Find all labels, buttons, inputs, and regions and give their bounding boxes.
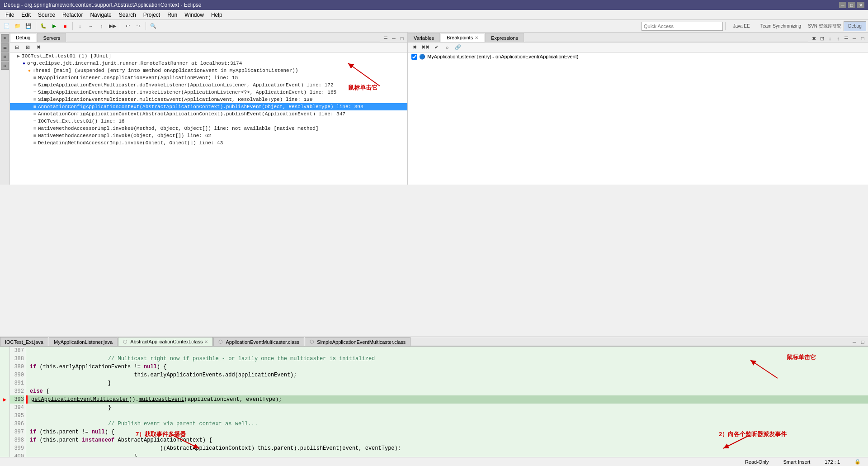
stack-frame-6[interactable]: ≡ AnnotationConfigApplicationContext(Abs… (10, 110, 407, 118)
bp-link-with-debug[interactable]: 🔗 (453, 43, 463, 52)
step-over-button[interactable]: → (86, 21, 96, 31)
editor-tab-ioct-label: IOCTest_Ext.java (5, 339, 43, 345)
remove-terminated[interactable]: ✖ (33, 43, 43, 52)
java-ee-perspective[interactable]: Java EE (728, 21, 755, 31)
open-button[interactable]: 📁 (13, 21, 23, 31)
collapse-all[interactable]: ⊟ (12, 43, 22, 52)
step-into-button[interactable]: ↓ (75, 21, 85, 31)
new-button[interactable]: 📄 (2, 21, 12, 31)
editor-tab-abstract[interactable]: ⬡ AbstractApplicationContext.class ✕ (118, 337, 213, 346)
debug-button[interactable]: 🐛 (38, 21, 48, 31)
editor-tab-myapp[interactable]: MyApplicationListener.java (49, 337, 118, 346)
sidebar-icon-1[interactable]: ≡ (1, 34, 9, 43)
stack-frame-9[interactable]: ≡ NativeMethodAccessorImpl.invoke(Object… (10, 132, 407, 139)
sidebar-icon-2[interactable]: ☰ (1, 43, 9, 52)
breakpoint-row-1[interactable]: 🔵 MyApplicationListener [entry] - onAppl… (408, 52, 868, 61)
menu-project[interactable]: Project (140, 11, 164, 19)
bp-panel-btn3[interactable]: ↓ (826, 35, 834, 42)
code-content[interactable]: // Multicast right now if possible - or … (26, 347, 868, 466)
stack-row-runner[interactable]: ● org.eclipse.jdt.internal.junit.runner.… (10, 60, 407, 67)
code-line-391: } (26, 379, 868, 387)
abstract-tab-close[interactable]: ✕ (204, 339, 208, 344)
status-writable-icon[interactable]: 🔒 (851, 459, 864, 465)
stack-trace-area[interactable]: ▶ IOCTest_Ext.test01 (1) [JUnit] ● org.e… (10, 52, 407, 185)
sidebar-icon-4[interactable]: ⊡ (1, 62, 9, 70)
stack-frame-5-selected[interactable]: ≡ AnnotationConfigApplicationContext(Abs… (10, 103, 407, 110)
minimize-button[interactable]: ─ (839, 2, 846, 8)
close-button[interactable]: ✕ (857, 2, 864, 8)
sidebar-icon-3[interactable]: ⊞ (1, 52, 9, 61)
stack-frame-8[interactable]: ≡ NativeMethodAccessorImpl.invoke0(Metho… (10, 125, 407, 132)
redo-button[interactable]: ↪ (133, 21, 143, 31)
editor-tab-ioct[interactable]: IOCTest_Ext.java (0, 337, 48, 346)
menu-search[interactable]: Search (115, 11, 140, 19)
breakpoints-panel: Variables Breakpoints ✕ Expressions ✖ ⊡ … (408, 33, 868, 185)
tab-breakpoints[interactable]: Breakpoints ✕ (441, 33, 484, 42)
editor-maximize[interactable]: □ (859, 338, 866, 346)
debug-panel-minimize[interactable]: ─ (390, 35, 397, 42)
stop-button[interactable]: ■ (60, 21, 70, 31)
status-smart-insert[interactable]: Smart Insert (779, 459, 814, 465)
debug-panel-menu[interactable]: ☰ (382, 35, 389, 42)
stack-row-thread[interactable]: ● Thread [main] (Suspended (entry into m… (10, 67, 407, 74)
team-sync-perspective[interactable]: Team Synchronizing (756, 21, 806, 31)
menu-edit[interactable]: Edit (18, 11, 34, 19)
restore-button[interactable]: □ (848, 2, 855, 8)
resume-button[interactable]: ▶▶ (108, 21, 118, 31)
disconnect[interactable]: ⊠ (23, 43, 33, 52)
save-button[interactable]: 💾 (24, 21, 33, 31)
svn-perspective[interactable]: SVN 资源库研究 (807, 21, 843, 31)
tab-expressions[interactable]: Expressions (485, 33, 524, 42)
run-button[interactable]: ▶ (49, 21, 59, 31)
menu-refactor[interactable]: Refactor (59, 11, 86, 19)
stack-frame-1[interactable]: ≡ MyApplicationListener.onApplicationEve… (10, 74, 407, 81)
status-read-only[interactable]: Read-Only (741, 459, 773, 465)
debug-perspective[interactable]: Debug (844, 21, 866, 31)
margin-row-4 (0, 371, 9, 379)
tab-servers[interactable]: Servers (37, 33, 66, 42)
editor-tab-multicaster[interactable]: ⬡ ApplicationEventMulticaster.class (213, 337, 304, 346)
menu-source[interactable]: Source (34, 11, 59, 19)
stack-row-junit[interactable]: ▶ IOCTest_Ext.test01 (1) [JUnit] (10, 52, 407, 60)
title-bar: Debug - org.springframework.context.supp… (0, 0, 868, 10)
menu-bar: File Edit Source Refactor Navigate Searc… (0, 10, 868, 20)
status-position[interactable]: 172 : 1 (821, 459, 844, 465)
menu-window[interactable]: Window (181, 11, 208, 19)
bp-panel-minimize[interactable]: ─ (851, 35, 858, 42)
editor-tab-simple[interactable]: ⬡ SimpleApplicationEventMulticaster.clas… (305, 337, 410, 346)
editor-tab-abstract-label: AbstractApplicationContext.class (130, 339, 203, 344)
step-return-button[interactable]: ↑ (97, 21, 107, 31)
toolbar-separator-3 (120, 22, 120, 30)
debug-panel-maximize[interactable]: □ (398, 35, 406, 42)
window-controls[interactable]: ─ □ ✕ (839, 2, 864, 8)
bp-panel-btn4[interactable]: ↑ (835, 35, 842, 42)
stack-frame-4[interactable]: ≡ SimpleApplicationEventMulticaster.mult… (10, 96, 407, 103)
bp-panel-btn5[interactable]: ☰ (843, 35, 850, 42)
undo-button[interactable]: ↩ (123, 21, 132, 31)
bp-remove-all[interactable]: ✖✖ (420, 43, 430, 52)
tab-variables[interactable]: Variables (408, 33, 440, 42)
quick-access-input[interactable] (642, 22, 723, 31)
tab-debug[interactable]: Debug (10, 33, 36, 42)
stack-frame-2[interactable]: ≡ SimpleApplicationEventMulticaster.doIn… (10, 81, 407, 89)
code-line-388: // Multicast right now if possible - or … (26, 355, 868, 363)
bp-panel-maximize[interactable]: □ (859, 35, 866, 42)
left-sidebar: ≡ ☰ ⊞ ⊡ (0, 33, 10, 185)
bp-panel-btn2[interactable]: ⊡ (818, 35, 826, 42)
bp-disable-all[interactable]: ○ (442, 43, 452, 52)
bp-remove[interactable]: ✖ (410, 43, 420, 52)
breakpoint-checkbox-1[interactable] (411, 54, 417, 60)
menu-help[interactable]: Help (208, 11, 226, 19)
menu-file[interactable]: File (2, 11, 18, 19)
stack-frame-7[interactable]: ≡ IOCTest_Ext.test01() line: 16 (10, 118, 407, 125)
stack-frame-3[interactable]: ≡ SimpleApplicationEventMulticaster.invo… (10, 89, 407, 96)
editor-minimize[interactable]: ─ (851, 338, 858, 346)
stack-frame-10[interactable]: ≡ DelegatingMethodAccessorImpl.invoke(Ob… (10, 139, 407, 147)
ln-392: 392 (10, 387, 24, 395)
menu-run[interactable]: Run (164, 11, 181, 19)
search-tb-button[interactable]: 🔍 (148, 21, 158, 31)
bp-enable-all[interactable]: ✔ (431, 43, 441, 52)
abstract-tab-icon: ⬡ (123, 339, 127, 345)
menu-navigate[interactable]: Navigate (86, 11, 115, 19)
bp-panel-btn1[interactable]: ✖ (810, 35, 817, 42)
